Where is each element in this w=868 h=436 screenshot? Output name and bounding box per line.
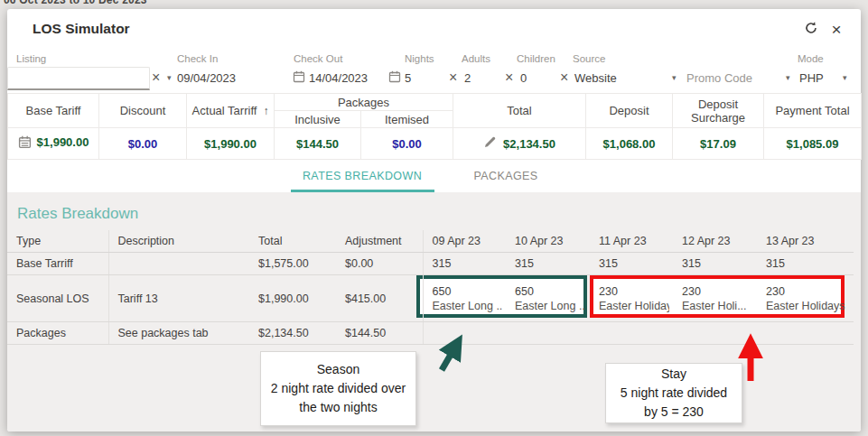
row-description: See packages tab — [108, 322, 249, 345]
col-day-1: 09 Apr 23 — [423, 230, 506, 253]
day-amount: 650 — [515, 285, 586, 298]
day-season-name: Easter Holidays — [599, 300, 669, 312]
close-icon: × — [831, 20, 841, 40]
season-annotation: Season 2 night rate divided over the two… — [260, 351, 416, 426]
refresh-button[interactable] — [801, 20, 821, 40]
tab-packages[interactable]: PACKAGES — [434, 160, 578, 192]
children-label: Children — [517, 53, 555, 64]
total-value: $2,134.50 — [453, 128, 586, 160]
day-season-name: Easter Holi... — [682, 300, 753, 312]
day-cell: 230Easter Holidays — [590, 275, 673, 322]
sort-asc-icon: ↑ — [263, 105, 268, 117]
day-cell: 315 — [590, 253, 673, 275]
mode-label: Mode — [798, 53, 824, 64]
children-clear-icon[interactable]: × — [505, 70, 513, 86]
listing-input[interactable] — [7, 67, 150, 90]
mode-select[interactable]: PHP — [799, 71, 824, 85]
row-type: Base Tarriff — [7, 253, 108, 275]
adults-clear-icon[interactable]: × — [449, 70, 457, 86]
row-total: $2,134.50 — [249, 322, 336, 345]
section-title: Rates Breakdown — [17, 205, 138, 223]
day-cell: 230Easter Holidays — [757, 275, 854, 322]
tab-bar: RATES BREAKDOWN PACKAGES — [7, 160, 861, 192]
col-total: Total — [453, 94, 586, 128]
mode-caret-icon[interactable]: ▾ — [843, 73, 847, 82]
listing-label: Listing — [16, 53, 46, 64]
check-out-label: Check Out — [294, 53, 342, 64]
summary-table: Base Tariff Discount Actual Tarriff↑ Pac… — [7, 93, 861, 160]
rates-breakdown-section: Rates Breakdown Type Description Total A… — [7, 192, 861, 431]
day-cell: 650Easter Long ... — [423, 275, 506, 322]
nights-field[interactable]: 5 — [405, 71, 411, 85]
annotation-line: 5 night rate divided — [621, 384, 727, 403]
itemised-value: $0.00 — [361, 128, 453, 160]
dialog-header: LOS Simulator × — [7, 9, 861, 49]
col-description: Description — [108, 230, 249, 253]
row-type: Seasonal LOS — [7, 275, 108, 322]
actual-tariff-value: $1,990.00 — [187, 128, 275, 160]
col-total: Total — [249, 230, 336, 253]
calendar-icon[interactable] — [18, 135, 31, 148]
annotation-line: 2 night rate divided over — [271, 379, 406, 398]
source-select[interactable]: Website — [574, 71, 617, 85]
day-season-name: Easter Holidays — [766, 300, 850, 312]
calendar-icon[interactable] — [388, 70, 401, 83]
row-adjustment: $415.00 — [336, 275, 423, 322]
dialog-title: LOS Simulator — [33, 21, 130, 37]
col-deposit: Deposit — [586, 94, 673, 128]
col-type: Type — [7, 230, 108, 253]
children-field[interactable]: 0 — [520, 71, 527, 85]
background-date-range-text: 06 Oct 2023 to 10 Dec 2023 — [4, 0, 147, 6]
breakdown-header-row: Type Description Total Adjustment 09 Apr… — [7, 230, 854, 253]
row-description — [108, 253, 249, 275]
source-clear-icon[interactable]: × — [560, 70, 568, 86]
adults-label: Adults — [462, 53, 490, 64]
table-row-packages: Packages See packages tab $2,134.50 $144… — [7, 322, 854, 345]
row-adjustment: $144.50 — [336, 322, 423, 345]
source-caret-icon[interactable]: ▾ — [672, 73, 677, 82]
col-day-5: 13 Apr 23 — [757, 230, 854, 253]
promo-code-select[interactable]: Promo Code — [686, 71, 752, 85]
col-actual-tariff[interactable]: Actual Tarriff↑ — [187, 94, 275, 128]
source-label: Source — [573, 53, 605, 64]
day-season-name: Easter Long ... — [433, 300, 503, 312]
season-arrow — [442, 342, 458, 370]
check-in-field[interactable]: 09/04/2023 — [177, 71, 236, 85]
row-total: $1,990.00 — [249, 275, 336, 322]
day-cell: 315 — [423, 253, 506, 275]
tab-rates-breakdown[interactable]: RATES BREAKDOWN — [291, 160, 434, 192]
day-season-name: Easter Long ... — [515, 300, 586, 312]
col-deposit-surcharge: Deposit Surcharge — [673, 94, 764, 128]
calendar-icon[interactable] — [293, 70, 305, 83]
base-tariff-value: $1,990.00 — [8, 128, 99, 160]
total-amount: $2,134.50 — [503, 137, 555, 151]
col-discount: Discount — [99, 94, 187, 128]
table-row-seasonal-los: Seasonal LOS Tariff 13 $1,990.00 $415.00… — [7, 275, 854, 322]
col-adjustment: Adjustment — [336, 230, 423, 253]
refresh-icon — [804, 21, 818, 39]
col-packages-group: Packages — [275, 94, 453, 111]
row-total: $1,575.00 — [249, 253, 336, 275]
adults-field[interactable]: 2 — [464, 71, 471, 85]
day-cell — [506, 322, 590, 345]
day-cell: 315 — [673, 253, 757, 275]
col-itemised: Itemised — [361, 111, 453, 128]
day-cell: 650Easter Long ... — [506, 275, 590, 322]
day-cell — [757, 322, 854, 345]
close-button[interactable]: × — [826, 20, 846, 40]
day-cell: 230Easter Holi... — [673, 275, 757, 322]
deposit-value: $1,068.00 — [586, 128, 673, 160]
promo-code-caret-icon[interactable]: ▾ — [786, 73, 790, 82]
day-amount: 230 — [599, 285, 669, 298]
annotation-line: by 5 = 230 — [644, 403, 704, 422]
row-description: Tariff 13 — [108, 275, 249, 322]
check-out-field[interactable]: 14/04/2023 — [309, 71, 368, 85]
deposit-surcharge-value: $17.09 — [673, 128, 764, 160]
listing-clear-icon[interactable]: × — [152, 70, 160, 86]
table-row-base-tariff: Base Tarriff $1,575.00 $0.00 315 315 315… — [7, 253, 854, 275]
listing-caret-icon[interactable]: ▾ — [167, 73, 172, 82]
day-amount: 650 — [433, 285, 503, 298]
edit-pencil-icon[interactable] — [483, 135, 497, 152]
col-payment-total: Payment Total — [764, 94, 862, 128]
check-in-label: Check In — [177, 53, 218, 64]
